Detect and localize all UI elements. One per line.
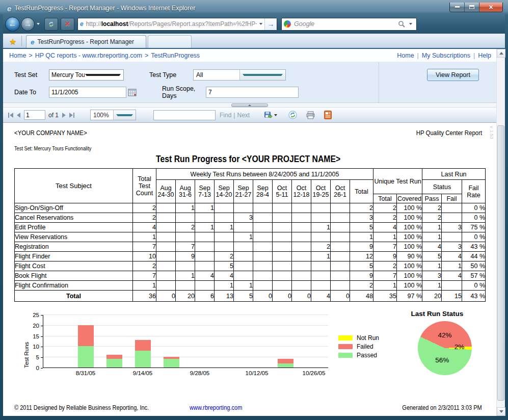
view-report-button[interactable]: View Report [427, 69, 479, 81]
test-set-dropdown[interactable]: Mercury Tours Functionality [49, 69, 124, 81]
next-page-button[interactable] [62, 113, 66, 118]
col-week: Sep21-27 [234, 180, 253, 203]
export-button[interactable] [264, 111, 279, 119]
tab-active[interactable]: e TestRunProgress - Report Manager [26, 35, 146, 48]
first-page-button[interactable] [8, 113, 13, 118]
report-title: Test Run Progress for <YOUR PROJECT NAME… [156, 154, 340, 165]
breadcrumb-separator: > [29, 52, 32, 59]
breadcrumb-link[interactable]: HP QC reports - www.rbreporting.com [35, 52, 142, 59]
cell-week-value [331, 271, 350, 281]
cell-week-value: 0 [253, 291, 273, 302]
address-bar[interactable]: e http://localhost/Reports/Pages/Report.… [77, 18, 277, 31]
find-link[interactable]: Find [220, 112, 231, 119]
xtick-label: 10/26/05 [300, 370, 328, 376]
cell-pass: 2 [422, 213, 442, 223]
cell-week-total: 5 [350, 223, 373, 232]
search-box[interactable]: Google [281, 18, 417, 31]
zoom-dropdown-button[interactable] [113, 110, 136, 120]
run-scope-input[interactable] [206, 87, 299, 98]
search-icon[interactable] [398, 20, 405, 28]
week-month-label: Sep [253, 185, 272, 192]
export-data-feed-button[interactable] [324, 111, 332, 119]
previous-page-button[interactable] [17, 113, 20, 118]
cell-week-value [253, 252, 273, 261]
print-button[interactable] [306, 111, 315, 119]
scroll-down-button[interactable] [497, 407, 505, 416]
refresh-icon [47, 20, 55, 28]
ytick-label: 25 [33, 312, 39, 318]
cell-week-value [273, 223, 292, 232]
cell-pass: 1 [422, 281, 442, 291]
page-favicon: e [80, 20, 84, 28]
col-week-total: Total [350, 180, 373, 203]
search-placeholder[interactable]: Google [294, 20, 398, 28]
forward-button[interactable]: → [21, 17, 35, 31]
last-page-button[interactable] [69, 113, 74, 118]
test-set-line: Test Set: Mercury Tours Functionality [14, 145, 91, 151]
minimize-button[interactable] [450, 3, 465, 12]
top-link[interactable]: My Subscriptions [422, 52, 470, 59]
date-to-input[interactable] [49, 87, 126, 98]
top-link[interactable]: Help [478, 52, 491, 59]
cell-fail [442, 213, 462, 223]
breadcrumb-link[interactable]: Home [9, 52, 26, 59]
week-month-label: Oct [273, 185, 291, 192]
url-text[interactable]: http://localhost/Reports/Pages/Report.as… [86, 20, 257, 28]
parameters-splitter[interactable] [3, 103, 496, 108]
xtick-label [43, 370, 71, 376]
export-dropdown-icon[interactable] [274, 114, 277, 116]
splitter-grip[interactable] [231, 103, 268, 107]
maximize-button[interactable] [465, 3, 479, 12]
page-count-label: of 1 [48, 112, 59, 119]
calendar-button[interactable] [128, 88, 137, 96]
legend-label: Passed [357, 352, 377, 359]
back-button[interactable]: ← [5, 17, 20, 32]
legend-item: Passed [338, 351, 379, 359]
go-button[interactable]: → [264, 18, 277, 30]
find-input[interactable] [153, 110, 216, 120]
test-type-select[interactable]: All [193, 69, 286, 81]
refresh-report-button[interactable] [288, 111, 297, 119]
cell-week-value [215, 203, 234, 213]
vertical-scrollbar[interactable] [496, 49, 505, 416]
cell-test-subject: Sign-On/Sign-Off [15, 203, 133, 213]
bar-passed-segment [106, 359, 122, 368]
footer-link[interactable]: www.rbreporting.com [190, 404, 249, 411]
cell-week-total: 3 [350, 213, 373, 223]
page-number-input[interactable] [24, 110, 45, 120]
title-bar: e TestRunProgress - Report Manager - Win… [3, 0, 505, 14]
breadcrumb-link[interactable]: TestRunProgress [151, 52, 200, 59]
favorites-star-icon[interactable]: ★ [9, 37, 16, 46]
cell-week-value [253, 281, 273, 291]
cell-test-subject: Flight Cost [15, 261, 133, 271]
cell-fail: 4 [442, 252, 462, 261]
week-range-label: 19-25 [311, 192, 330, 198]
bar-chart-ylabel: Test Runs [23, 315, 30, 368]
col-fail-rate: Fail Rate [462, 180, 486, 203]
new-tab-button[interactable] [148, 35, 192, 48]
table-total-row: Total36020613500040483597 %201543 % [15, 291, 486, 302]
breadcrumb: Home>HP QC reports - www.rbreporting.com… [3, 49, 496, 62]
top-links: Home|My Subscriptions|Help [397, 52, 491, 59]
scroll-up-button[interactable] [497, 49, 505, 58]
refresh-button[interactable] [44, 18, 58, 31]
stop-button[interactable]: × [61, 18, 74, 31]
col-week: Oct19-25 [311, 180, 331, 203]
cell-week-value [195, 281, 215, 291]
history-dropdown-icon[interactable] [37, 23, 40, 25]
url-protocol: http:// [86, 20, 101, 28]
cell-unique-total: 2 [373, 213, 397, 223]
cell-week-value: 4 [311, 291, 331, 302]
cell-week-value [234, 203, 253, 213]
zoom-select[interactable]: 100% [90, 110, 136, 120]
scrollbar-thumb[interactable] [497, 125, 504, 401]
select-dropdown-button[interactable] [239, 70, 286, 80]
top-link[interactable]: Home [397, 52, 414, 59]
url-dropdown-button[interactable] [257, 18, 264, 30]
next-link[interactable]: Next [237, 112, 250, 119]
search-dropdown-icon[interactable] [409, 23, 412, 25]
cell-pass: 1 [422, 223, 442, 232]
ie-logo-icon: e [7, 4, 11, 13]
ytick-label: 15 [33, 333, 39, 339]
close-button[interactable]: × [479, 3, 502, 12]
